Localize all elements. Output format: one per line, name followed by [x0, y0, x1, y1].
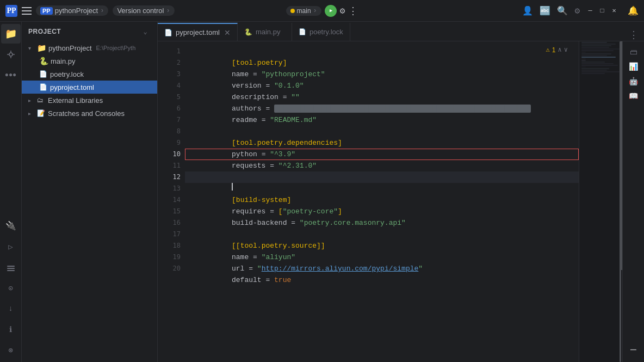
settings-button[interactable]: ⚙ — [574, 5, 580, 16]
minimap-line — [581, 63, 614, 64]
activity-item-layers[interactable] — [1, 257, 21, 277]
pp-badge: PP — [40, 7, 53, 15]
debug-button[interactable]: ⚙ — [340, 5, 345, 16]
tab-main-py[interactable]: 🐍 main.py — [238, 23, 292, 41]
sidebar-action-expand[interactable]: ⌄ — [140, 26, 151, 37]
sidebar-item-external-libs[interactable]: ▸ 🗂 External Libraries — [22, 94, 157, 107]
sidebar-item-root[interactable]: ▾ 📁 pythonProject E:\Project\Pyth — [22, 41, 157, 54]
toml-file-icon: 📄 — [39, 83, 48, 91]
scroll-thumb[interactable] — [621, 41, 622, 270]
tab-pyproject-toml[interactable]: 📄 pyproject.toml ✕ — [158, 23, 238, 41]
minimap-line — [581, 60, 586, 61]
line-num-19: 19 — [173, 251, 181, 263]
title-bar-left: PP PP pythonProject › Version control › — [5, 5, 286, 17]
notifications-button[interactable]: 🔔 — [628, 5, 639, 16]
close-button[interactable]: ✕ — [610, 7, 618, 15]
activity-item-project[interactable]: 📁 — [1, 24, 21, 44]
tabs-more-button[interactable]: ⋮ — [623, 29, 644, 41]
right-panel-minus[interactable]: ─ — [630, 345, 636, 355]
gutter-warning: ⚠ 1 ∧ ∨ — [546, 46, 568, 54]
app-logo[interactable]: PP — [5, 5, 17, 17]
minimap-line — [581, 47, 609, 48]
warning-icon: ⚠ — [546, 46, 550, 54]
minimap-line — [581, 44, 616, 45]
layers-icon — [6, 262, 16, 272]
maximize-button[interactable]: □ — [598, 7, 606, 15]
editor-area: 📄 pyproject.toml ✕ 🐍 main.py 📄 poetry.lo… — [158, 22, 644, 362]
activity-item-git[interactable]: ⊗ — [1, 340, 21, 360]
title-bar-center: main › ▶ ⚙ ⋮ — [286, 5, 358, 17]
right-panel-book[interactable]: 📖 — [629, 91, 638, 101]
activity-bar: 📁 ●●● 🔌 ▷ — [0, 22, 22, 362]
minimize-button[interactable]: ─ — [586, 7, 594, 15]
folder-icon: 📁 — [37, 44, 46, 52]
code-editor[interactable]: ⚠ 1 ∧ ∨ [tool.poetry] name = "pythonproj… — [185, 41, 579, 362]
line-num-17: 17 — [173, 229, 181, 240]
code-line-17: [[tool.poetry.source]] — [185, 229, 579, 240]
profile-icon: 👤 — [522, 7, 533, 16]
minimap-line — [581, 66, 586, 68]
sidebar-actions: ⌄ — [140, 26, 151, 37]
activity-item-more[interactable]: ●●● — [1, 65, 21, 85]
line-num-7: 7 — [177, 114, 181, 126]
activity-item-terminal[interactable]: ⊙ — [1, 278, 21, 298]
line-num-5: 5 — [177, 91, 181, 103]
translate-button[interactable]: 🔤 — [540, 5, 550, 16]
line-num-18: 18 — [173, 240, 181, 251]
branch-chevron: › — [313, 7, 317, 15]
right-panel-ai[interactable]: 🤖 — [629, 77, 638, 86]
sidebar-item-scratches[interactable]: ▸ 📝 Scratches and Consoles — [22, 107, 157, 120]
external-libs-icon: 🗂 — [37, 96, 46, 104]
editor-content: 1 2 3 4 5 6 7 8 9 10 11 12 13 14 15 16 1… — [158, 41, 644, 362]
line-num-15: 15 — [173, 206, 181, 217]
line-num-2: 2 — [177, 57, 181, 69]
download-icon: ↓ — [8, 304, 13, 313]
profile-button[interactable]: 👤 — [522, 5, 533, 16]
bracket-close: ] — [283, 59, 287, 67]
tab-main-py-label: main.py — [256, 28, 281, 36]
tab-py-icon: 🐍 — [244, 28, 252, 36]
project-name-badge[interactable]: PP pythonProject › — [36, 5, 108, 16]
chevron-down-icon: ▾ — [28, 45, 35, 51]
title-bar-right: 👤 🔤 🔍 ⚙ ─ □ ✕ 🔔 — [358, 5, 639, 16]
svg-point-0 — [9, 53, 13, 56]
branch-selector[interactable]: main › — [286, 6, 321, 16]
project-name: pythonProject — [55, 7, 98, 15]
pyproject-toml-label: pyproject.toml — [50, 83, 94, 91]
minimap-line — [581, 71, 620, 72]
activity-item-commit[interactable] — [1, 45, 21, 64]
tab-close-pyproject[interactable]: ✕ — [224, 28, 231, 37]
line-num-12: 12 — [173, 171, 181, 183]
window-controls: ─ □ ✕ — [586, 7, 618, 15]
activity-item-download[interactable]: ↓ — [1, 299, 21, 318]
line-num-3: 3 — [177, 69, 181, 80]
minimap-line — [581, 55, 607, 56]
sidebar-item-pyproject-toml[interactable]: 📄 pyproject.toml — [22, 81, 157, 94]
activity-item-plugins[interactable]: 🔌 — [1, 216, 21, 236]
activity-item-info[interactable]: ℹ — [1, 320, 21, 339]
bell-icon: 🔔 — [628, 7, 639, 16]
version-control-btn[interactable]: Version control › — [113, 5, 174, 16]
poetry-lock-label: poetry.lock — [50, 70, 84, 78]
maximize-icon: □ — [600, 7, 604, 15]
minimap-line — [581, 53, 611, 54]
right-panel-chart[interactable]: 📊 — [629, 62, 638, 71]
minimap-line — [581, 70, 607, 71]
tab-poetry-lock[interactable]: 📄 poetry.lock — [292, 23, 350, 41]
search-icon: 🔍 — [557, 7, 568, 16]
run-sidebar-icon: ▷ — [8, 242, 13, 251]
search-button[interactable]: 🔍 — [557, 5, 568, 16]
more-actions-button[interactable]: ⋮ — [348, 5, 358, 17]
plugin-icon: 🔌 — [5, 220, 16, 231]
activity-item-run[interactable]: ▷ — [1, 237, 21, 256]
hamburger-menu[interactable] — [22, 7, 32, 15]
translate-icon: 🔤 — [540, 7, 550, 16]
minimap-line — [581, 73, 605, 74]
right-panel-db[interactable]: 🗃 — [630, 48, 637, 57]
sidebar-header: Project ⌄ — [22, 22, 157, 41]
sidebar-item-main-py[interactable]: 🐍 main.py — [22, 54, 157, 68]
run-button[interactable]: ▶ — [325, 5, 337, 17]
chevron-right-icon: ▸ — [28, 97, 35, 103]
sidebar-item-poetry-lock[interactable]: 📄 poetry.lock — [22, 68, 157, 81]
line-num-16: 16 — [173, 217, 181, 229]
